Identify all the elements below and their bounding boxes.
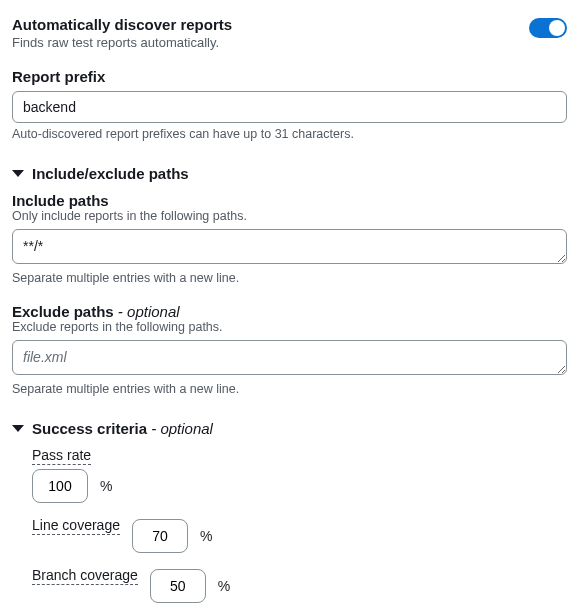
pass-rate-input[interactable]	[32, 469, 88, 503]
include-paths-input[interactable]	[12, 229, 567, 264]
caret-down-icon	[12, 170, 24, 177]
auto-discover-desc: Finds raw test reports automatically.	[12, 35, 232, 50]
report-prefix-input[interactable]	[12, 91, 567, 123]
toggle-knob	[549, 20, 565, 36]
branch-coverage-label: Branch coverage	[32, 567, 138, 585]
auto-discover-title: Automatically discover reports	[12, 16, 232, 33]
auto-discover-toggle[interactable]	[529, 18, 567, 38]
report-prefix-label: Report prefix	[12, 68, 567, 85]
include-exclude-title: Include/exclude paths	[32, 165, 189, 182]
report-prefix-helper: Auto-discovered report prefixes can have…	[12, 127, 567, 141]
exclude-paths-desc: Exclude reports in the following paths.	[12, 320, 567, 334]
success-criteria-title: Success criteria - optional	[32, 420, 213, 437]
include-paths-helper: Separate multiple entries with a new lin…	[12, 271, 567, 285]
pass-rate-label: Pass rate	[32, 447, 91, 465]
pass-rate-unit: %	[100, 478, 112, 494]
line-coverage-input[interactable]	[132, 519, 188, 553]
include-exclude-header[interactable]: Include/exclude paths	[12, 165, 567, 182]
branch-coverage-unit: %	[218, 578, 230, 594]
success-criteria-header[interactable]: Success criteria - optional	[12, 420, 567, 437]
line-coverage-label: Line coverage	[32, 517, 120, 535]
line-coverage-unit: %	[200, 528, 212, 544]
branch-coverage-input[interactable]	[150, 569, 206, 603]
exclude-paths-input[interactable]	[12, 340, 567, 375]
exclude-paths-label: Exclude paths - optional	[12, 303, 567, 320]
include-paths-label: Include paths	[12, 192, 567, 209]
exclude-paths-helper: Separate multiple entries with a new lin…	[12, 382, 567, 396]
caret-down-icon	[12, 425, 24, 432]
include-paths-desc: Only include reports in the following pa…	[12, 209, 567, 223]
